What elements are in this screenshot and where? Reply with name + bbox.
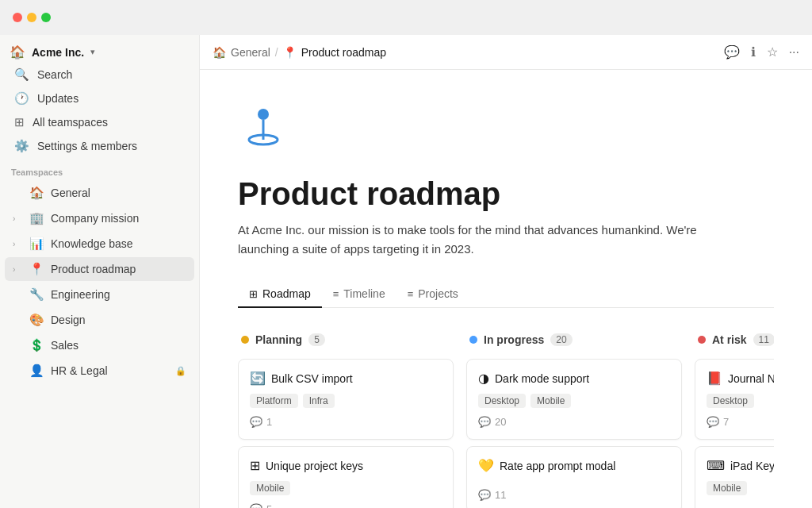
sidebar-item-general[interactable]: 🏠 General <box>5 181 194 205</box>
kanban-board: Planning 5 🔄 Bulk CSV import Platform In… <box>238 327 774 508</box>
kanban-col-at-risk: At risk 11 📕 Journal Noteb... Desktop 💬 <box>695 327 774 508</box>
card-icon-keyboard: ⌨ <box>707 458 725 473</box>
breadcrumb: 🏠 General / 📍 Product roadmap <box>213 46 386 59</box>
minimize-button[interactable] <box>27 13 36 22</box>
card-bulk-csv-import[interactable]: 🔄 Bulk CSV import Platform Infra 💬 1 <box>238 359 454 440</box>
breadcrumb-icon: 📍 <box>283 46 297 59</box>
card-title: 📕 Journal Noteb... <box>707 371 774 386</box>
tag-mobile: Mobile <box>530 394 571 408</box>
chevron-right-icon: › <box>13 214 22 223</box>
card-icon-rate: 💛 <box>478 458 494 473</box>
card-title: 🔄 Bulk CSV import <box>250 371 442 386</box>
sidebar-item-search[interactable]: 🔍 Search <box>5 64 194 86</box>
at-risk-dot <box>698 336 706 344</box>
chevron-down-icon: ▾ <box>90 47 95 57</box>
engineering-icon: 🔧 <box>29 287 44 302</box>
settings-icon: ⚙️ <box>14 139 29 153</box>
lock-icon: 🔒 <box>175 366 186 376</box>
sidebar-item-product-roadmap[interactable]: › 📍 Product roadmap <box>5 257 194 281</box>
tag-desktop: Desktop <box>707 394 754 408</box>
card-tags: Mobile <box>250 481 442 495</box>
maximize-button[interactable] <box>41 13 51 22</box>
card-journal-notebook[interactable]: 📕 Journal Noteb... Desktop 💬 7 <box>695 359 774 440</box>
card-title: 💛 Rate app prompt modal <box>478 458 670 473</box>
col-header-at-risk: At risk 11 <box>695 327 774 352</box>
card-tags: Platform Infra <box>250 394 442 408</box>
card-title: ⊞ Unique project keys <box>250 458 442 473</box>
sidebar-item-sales[interactable]: 💲 Sales <box>5 333 194 357</box>
sidebar-item-teamspaces[interactable]: ⊞ All teamspaces <box>5 111 194 133</box>
company-icon: 🏢 <box>29 210 44 226</box>
projects-tab-icon: ≡ <box>408 288 414 300</box>
kanban-col-planning: Planning 5 🔄 Bulk CSV import Platform In… <box>238 327 454 508</box>
col-header-planning: Planning 5 <box>238 327 454 352</box>
card-icon-dark-mode: ◑ <box>478 371 489 386</box>
planning-dot <box>241 336 249 344</box>
tab-projects[interactable]: ≡ Projects <box>396 281 469 308</box>
card-tags: Mobile <box>707 481 774 495</box>
in-progress-dot <box>469 336 477 344</box>
clock-icon: 🕐 <box>14 91 29 106</box>
topbar-actions: 💬 ℹ ☆ ··· <box>724 44 799 60</box>
main-content: 🏠 General / 📍 Product roadmap 💬 ℹ ☆ ··· <box>200 35 812 508</box>
card-rate-app-prompt[interactable]: 💛 Rate app prompt modal 💬 11 <box>466 446 682 508</box>
breadcrumb-home-icon: 🏠 <box>213 46 226 59</box>
tab-roadmap[interactable]: ⊞ Roadmap <box>238 281 322 308</box>
comment-icon: 💬 <box>478 489 491 501</box>
info-icon[interactable]: ℹ <box>751 44 756 60</box>
sidebar-item-hr-legal[interactable]: 👤 HR & Legal 🔒 <box>5 359 194 383</box>
card-title: ◑ Dark mode support <box>478 371 670 386</box>
sidebar-item-company-mission[interactable]: › 🏢 Company mission <box>5 206 194 230</box>
card-unique-project-keys[interactable]: ⊞ Unique project keys Mobile 💬 5 <box>238 446 454 508</box>
close-button[interactable] <box>13 13 22 22</box>
card-meta: 💬 20 <box>478 416 670 428</box>
home-icon: 🏠 <box>29 185 44 201</box>
workspace-header[interactable]: 🏠 Acme Inc. ▾ <box>0 35 199 63</box>
comment-icon: 💬 <box>707 416 719 428</box>
more-icon[interactable]: ··· <box>789 45 799 60</box>
card-meta: 💬 11 <box>478 489 670 501</box>
tag-desktop: Desktop <box>478 394 526 408</box>
card-tags: Desktop Mobile <box>478 394 670 408</box>
sidebar-item-settings[interactable]: ⚙️ Settings & members <box>5 135 194 157</box>
search-icon: 🔍 <box>14 67 29 82</box>
teamspaces-label: Teamspaces <box>0 158 199 180</box>
kanban-col-in-progress: In progress 20 ◑ Dark mode support Deskt… <box>466 327 682 508</box>
tag-mobile: Mobile <box>707 481 747 495</box>
sidebar-item-engineering[interactable]: 🔧 Engineering <box>5 283 194 306</box>
page-icon <box>238 102 774 164</box>
grid-icon: ⊞ <box>14 115 25 129</box>
topbar: 🏠 General / 📍 Product roadmap 💬 ℹ ☆ ··· <box>200 35 812 70</box>
tabs: ⊞ Roadmap ≡ Timeline ≡ Projects <box>238 281 774 308</box>
card-meta: 💬 1 <box>250 416 442 428</box>
card-dark-mode-support[interactable]: ◑ Dark mode support Desktop Mobile 💬 20 <box>466 359 682 440</box>
comment-icon: 💬 <box>478 416 491 428</box>
traffic-lights <box>13 13 51 22</box>
card-ipad-keyboard[interactable]: ⌨ iPad Keyboard... Mobile <box>695 446 774 508</box>
chevron-right-icon: › <box>13 240 22 248</box>
hr-icon: 👤 <box>29 363 44 379</box>
workspace-icon: 🏠 <box>10 44 25 60</box>
tab-timeline[interactable]: ≡ Timeline <box>322 281 396 308</box>
sidebar-item-design[interactable]: 🎨 Design <box>5 308 194 332</box>
card-title: ⌨ iPad Keyboard... <box>707 458 774 473</box>
card-icon-csv: 🔄 <box>250 371 266 386</box>
card-icon-journal: 📕 <box>707 371 722 386</box>
breadcrumb-separator: / <box>275 46 278 59</box>
star-icon[interactable]: ☆ <box>767 44 778 60</box>
chevron-right-icon: › <box>13 265 22 274</box>
card-meta: 💬 5 <box>250 503 442 508</box>
tag-platform: Platform <box>250 394 298 408</box>
col-header-in-progress: In progress 20 <box>466 327 682 352</box>
roadmap-icon: 📍 <box>29 261 44 277</box>
sidebar-item-knowledge-base[interactable]: › 📊 Knowledge base <box>5 232 194 256</box>
tag-infra: Infra <box>303 394 335 408</box>
comment-icon[interactable]: 💬 <box>724 44 740 60</box>
card-icon-keys: ⊞ <box>250 458 260 473</box>
card-meta: 💬 7 <box>707 416 774 428</box>
app: 🏠 Acme Inc. ▾ 🔍 Search 🕐 Updates ⊞ All t… <box>0 35 812 508</box>
svg-point-0 <box>258 109 269 120</box>
knowledge-icon: 📊 <box>29 236 44 252</box>
sidebar-item-updates[interactable]: 🕐 Updates <box>5 87 194 110</box>
sales-icon: 💲 <box>29 337 44 353</box>
